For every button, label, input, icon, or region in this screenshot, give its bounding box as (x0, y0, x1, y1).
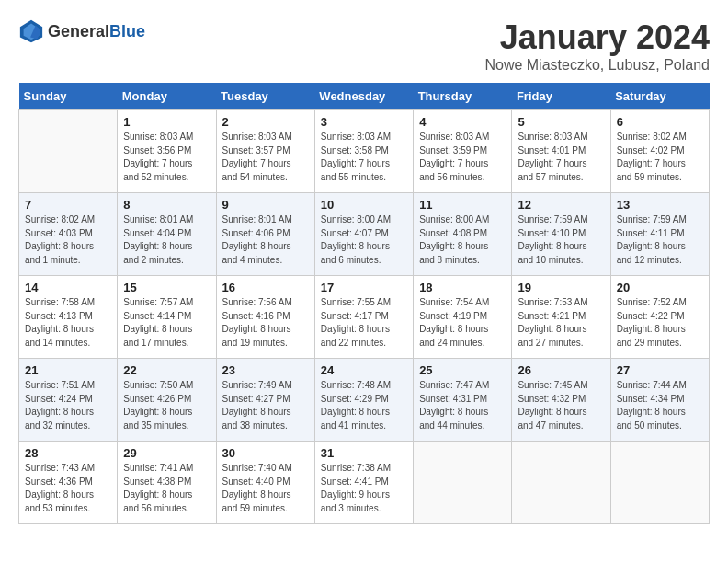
day-number: 11 (419, 198, 506, 212)
day-info: Sunrise: 7:47 AM Sunset: 4:31 PM Dayligh… (419, 379, 506, 432)
weekday-header-tuesday: Tuesday (216, 83, 314, 110)
day-info: Sunrise: 7:44 AM Sunset: 4:34 PM Dayligh… (617, 379, 703, 432)
week-row-5: 28Sunrise: 7:43 AM Sunset: 4:36 PM Dayli… (19, 442, 710, 524)
day-info: Sunrise: 8:03 AM Sunset: 3:59 PM Dayligh… (419, 131, 506, 184)
day-info: Sunrise: 7:53 AM Sunset: 4:21 PM Dayligh… (518, 296, 604, 350)
title-block: January 2024 Nowe Miasteczko, Lubusz, Po… (484, 18, 710, 74)
day-info: Sunrise: 7:56 AM Sunset: 4:16 PM Dayligh… (222, 296, 309, 350)
table-cell: 24Sunrise: 7:48 AM Sunset: 4:29 PM Dayli… (314, 359, 413, 442)
day-number: 1 (123, 115, 210, 129)
table-cell: 21Sunrise: 7:51 AM Sunset: 4:24 PM Dayli… (19, 359, 118, 442)
table-cell (19, 110, 118, 193)
day-info: Sunrise: 8:01 AM Sunset: 4:06 PM Dayligh… (222, 213, 309, 267)
day-number: 5 (518, 115, 604, 129)
table-cell: 16Sunrise: 7:56 AM Sunset: 4:16 PM Dayli… (216, 276, 314, 359)
day-number: 4 (419, 115, 506, 129)
weekday-header-saturday: Saturday (610, 83, 709, 110)
day-number: 8 (123, 198, 210, 212)
day-number: 2 (222, 115, 309, 129)
weekday-header-wednesday: Wednesday (314, 83, 413, 110)
day-info: Sunrise: 7:55 AM Sunset: 4:17 PM Dayligh… (321, 296, 407, 350)
day-info: Sunrise: 7:43 AM Sunset: 4:36 PM Dayligh… (25, 462, 111, 515)
table-cell: 31Sunrise: 7:38 AM Sunset: 4:41 PM Dayli… (314, 442, 413, 524)
day-info: Sunrise: 8:01 AM Sunset: 4:04 PM Dayligh… (123, 213, 210, 267)
day-number: 20 (617, 281, 703, 294)
table-cell: 1Sunrise: 8:03 AM Sunset: 3:56 PM Daylig… (118, 110, 216, 193)
day-number: 30 (222, 446, 309, 460)
table-cell: 27Sunrise: 7:44 AM Sunset: 4:34 PM Dayli… (610, 359, 709, 442)
calendar-table: SundayMondayTuesdayWednesdayThursdayFrid… (18, 83, 710, 524)
table-cell: 2Sunrise: 8:03 AM Sunset: 3:57 PM Daylig… (216, 110, 314, 193)
day-number: 3 (321, 115, 407, 129)
table-cell: 19Sunrise: 7:53 AM Sunset: 4:21 PM Dayli… (512, 276, 610, 359)
table-cell: 12Sunrise: 7:59 AM Sunset: 4:10 PM Dayli… (512, 193, 610, 276)
day-info: Sunrise: 7:52 AM Sunset: 4:22 PM Dayligh… (617, 296, 703, 350)
day-info: Sunrise: 7:38 AM Sunset: 4:41 PM Dayligh… (321, 462, 407, 515)
table-cell: 7Sunrise: 8:02 AM Sunset: 4:03 PM Daylig… (19, 193, 118, 276)
day-number: 18 (419, 281, 506, 294)
logo-icon (18, 18, 44, 44)
day-info: Sunrise: 8:03 AM Sunset: 3:58 PM Dayligh… (321, 131, 407, 184)
logo-general: General (48, 22, 109, 40)
table-cell: 8Sunrise: 8:01 AM Sunset: 4:04 PM Daylig… (118, 193, 216, 276)
weekday-header-sunday: Sunday (19, 83, 118, 110)
logo: GeneralBlue (18, 18, 145, 44)
day-number: 24 (321, 363, 407, 377)
weekday-header-monday: Monday (118, 83, 216, 110)
day-number: 29 (123, 446, 210, 460)
weekday-header-row: SundayMondayTuesdayWednesdayThursdayFrid… (19, 83, 710, 110)
day-number: 13 (617, 198, 703, 212)
day-number: 26 (518, 363, 604, 377)
day-info: Sunrise: 8:03 AM Sunset: 3:56 PM Dayligh… (123, 131, 210, 184)
day-info: Sunrise: 7:58 AM Sunset: 4:13 PM Dayligh… (25, 296, 111, 350)
day-number: 14 (25, 281, 111, 294)
table-cell: 17Sunrise: 7:55 AM Sunset: 4:17 PM Dayli… (314, 276, 413, 359)
table-cell: 20Sunrise: 7:52 AM Sunset: 4:22 PM Dayli… (610, 276, 709, 359)
day-info: Sunrise: 8:00 AM Sunset: 4:08 PM Dayligh… (419, 213, 506, 267)
table-cell: 11Sunrise: 8:00 AM Sunset: 4:08 PM Dayli… (414, 193, 512, 276)
table-cell: 10Sunrise: 8:00 AM Sunset: 4:07 PM Dayli… (314, 193, 413, 276)
table-cell: 22Sunrise: 7:50 AM Sunset: 4:26 PM Dayli… (118, 359, 216, 442)
day-info: Sunrise: 7:59 AM Sunset: 4:11 PM Dayligh… (617, 213, 703, 267)
table-cell: 3Sunrise: 8:03 AM Sunset: 3:58 PM Daylig… (314, 110, 413, 193)
day-number: 6 (617, 115, 703, 129)
table-cell: 30Sunrise: 7:40 AM Sunset: 4:40 PM Dayli… (216, 442, 314, 524)
day-info: Sunrise: 7:50 AM Sunset: 4:26 PM Dayligh… (123, 379, 210, 432)
table-cell (512, 442, 610, 524)
day-number: 17 (321, 281, 407, 294)
day-number: 7 (25, 198, 111, 212)
table-cell: 5Sunrise: 8:03 AM Sunset: 4:01 PM Daylig… (512, 110, 610, 193)
day-info: Sunrise: 8:02 AM Sunset: 4:03 PM Dayligh… (25, 213, 111, 267)
table-cell: 15Sunrise: 7:57 AM Sunset: 4:14 PM Dayli… (118, 276, 216, 359)
logo-blue: Blue (109, 22, 145, 40)
table-cell: 14Sunrise: 7:58 AM Sunset: 4:13 PM Dayli… (19, 276, 118, 359)
day-number: 23 (222, 363, 309, 377)
day-info: Sunrise: 8:03 AM Sunset: 4:01 PM Dayligh… (518, 131, 604, 184)
day-number: 16 (222, 281, 309, 294)
page-header: GeneralBlue January 2024 Nowe Miasteczko… (18, 18, 710, 74)
day-info: Sunrise: 7:45 AM Sunset: 4:32 PM Dayligh… (518, 379, 604, 432)
week-row-3: 14Sunrise: 7:58 AM Sunset: 4:13 PM Dayli… (19, 276, 710, 359)
day-info: Sunrise: 7:57 AM Sunset: 4:14 PM Dayligh… (123, 296, 210, 350)
table-cell: 9Sunrise: 8:01 AM Sunset: 4:06 PM Daylig… (216, 193, 314, 276)
day-info: Sunrise: 8:03 AM Sunset: 3:57 PM Dayligh… (222, 131, 309, 184)
day-info: Sunrise: 7:49 AM Sunset: 4:27 PM Dayligh… (222, 379, 309, 432)
table-cell: 4Sunrise: 8:03 AM Sunset: 3:59 PM Daylig… (414, 110, 512, 193)
day-number: 28 (25, 446, 111, 460)
day-number: 19 (518, 281, 604, 294)
table-cell (414, 442, 512, 524)
day-info: Sunrise: 7:51 AM Sunset: 4:24 PM Dayligh… (25, 379, 111, 432)
week-row-2: 7Sunrise: 8:02 AM Sunset: 4:03 PM Daylig… (19, 193, 710, 276)
weekday-header-friday: Friday (512, 83, 610, 110)
table-cell: 29Sunrise: 7:41 AM Sunset: 4:38 PM Dayli… (118, 442, 216, 524)
week-row-4: 21Sunrise: 7:51 AM Sunset: 4:24 PM Dayli… (19, 359, 710, 442)
week-row-1: 1Sunrise: 8:03 AM Sunset: 3:56 PM Daylig… (19, 110, 710, 193)
day-info: Sunrise: 8:00 AM Sunset: 4:07 PM Dayligh… (321, 213, 407, 267)
day-info: Sunrise: 7:40 AM Sunset: 4:40 PM Dayligh… (222, 462, 309, 515)
day-number: 25 (419, 363, 506, 377)
table-cell (610, 442, 709, 524)
table-cell: 23Sunrise: 7:49 AM Sunset: 4:27 PM Dayli… (216, 359, 314, 442)
day-info: Sunrise: 7:54 AM Sunset: 4:19 PM Dayligh… (419, 296, 506, 350)
day-info: Sunrise: 7:41 AM Sunset: 4:38 PM Dayligh… (123, 462, 210, 515)
day-number: 9 (222, 198, 309, 212)
